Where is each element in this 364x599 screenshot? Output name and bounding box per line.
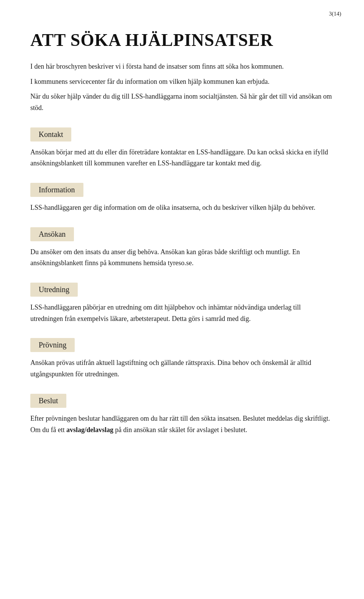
section-label-beslut: Beslut	[30, 394, 66, 408]
beslut-bold-text: avslag/delavslag	[66, 426, 113, 434]
page-number: 3(14)	[329, 11, 342, 17]
section-beslut: Beslut Efter prövningen beslutar handläg…	[30, 394, 334, 435]
intro-block: I den här broschyren beskriver vi i förs…	[30, 61, 334, 114]
section-body-beslut: Efter prövningen beslutar handläggaren o…	[30, 413, 334, 435]
section-information: Information LSS-handläggaren ger dig inf…	[30, 183, 334, 214]
section-ansokan: Ansökan Du ansöker om den insats du anse…	[30, 227, 334, 269]
intro-paragraph-3: När du söker hjälp vänder du dig till LS…	[30, 91, 334, 113]
section-label-information: Information	[30, 183, 83, 197]
section-provning: Prövning Ansökan prövas utifrån aktuell …	[30, 338, 334, 380]
section-label-provning: Prövning	[30, 338, 75, 352]
page-title: ATT SÖKA HJÄLPINSATSER	[30, 30, 334, 50]
section-body-information: LSS-handläggaren ger dig information om …	[30, 202, 334, 214]
section-body-ansokan: Du ansöker om den insats du anser dig be…	[30, 247, 334, 269]
section-utredning: Utredning LSS-handläggaren påbörjar en u…	[30, 283, 334, 324]
section-body-utredning: LSS-handläggaren påbörjar en utredning o…	[30, 302, 334, 324]
intro-paragraph-2: I kommunens servicecenter får du informa…	[30, 76, 334, 88]
section-label-kontakt: Kontakt	[30, 127, 71, 141]
section-kontakt: Kontakt Ansökan börjar med att du eller …	[30, 127, 334, 169]
section-body-provning: Ansökan prövas utifrån aktuell lagstiftn…	[30, 357, 334, 380]
section-body-kontakt: Ansökan börjar med att du eller din före…	[30, 147, 334, 169]
section-label-ansokan: Ansökan	[30, 227, 74, 241]
intro-paragraph-1: I den här broschyren beskriver vi i förs…	[30, 61, 334, 72]
beslut-text-after: på din ansökan står skälet för avslaget …	[113, 426, 247, 434]
section-label-utredning: Utredning	[30, 283, 78, 297]
